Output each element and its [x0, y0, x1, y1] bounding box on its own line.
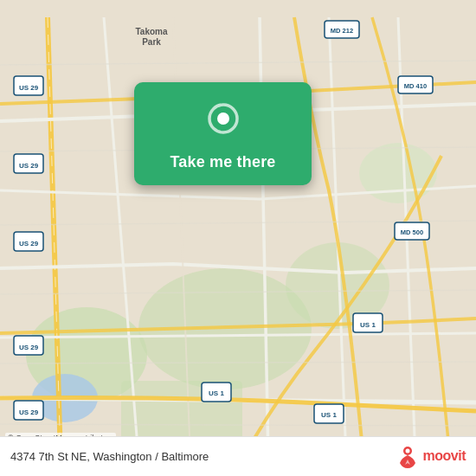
location-pin-icon — [202, 100, 245, 143]
svg-point-38 — [405, 449, 409, 453]
svg-text:US 29: US 29 — [19, 240, 39, 248]
map-svg: Takoma Park Chillum US 29 US 29 US 29 US… — [0, 0, 476, 476]
svg-text:US 29: US 29 — [19, 84, 39, 92]
svg-text:US 29: US 29 — [19, 344, 39, 351]
svg-text:US 29: US 29 — [19, 162, 39, 170]
address-label: 4374 7th St NE, Washington / Baltimore — [10, 450, 209, 463]
moovit-icon — [396, 444, 420, 468]
svg-point-3 — [359, 143, 437, 203]
svg-text:MD 410: MD 410 — [404, 82, 427, 90]
action-card[interactable]: Take me there — [134, 82, 312, 185]
moovit-logo: moovit — [396, 444, 466, 468]
map-container: Takoma Park Chillum US 29 US 29 US 29 US… — [0, 0, 476, 476]
svg-text:Takoma: Takoma — [135, 27, 167, 36]
svg-text:Park: Park — [142, 37, 161, 47]
svg-text:US 1: US 1 — [360, 321, 376, 329]
svg-text:US 1: US 1 — [321, 411, 337, 419]
location-icon-wrap — [200, 98, 247, 145]
moovit-text: moovit — [423, 448, 466, 464]
svg-text:MD 500: MD 500 — [401, 228, 423, 236]
svg-text:US 1: US 1 — [209, 389, 224, 397]
take-me-there-button[interactable]: Take me there — [170, 153, 275, 171]
svg-text:MD 212: MD 212 — [331, 27, 353, 35]
svg-point-36 — [217, 113, 229, 125]
bottom-bar: 4374 7th St NE, Washington / Baltimore m… — [0, 436, 476, 476]
svg-text:US 29: US 29 — [19, 408, 39, 416]
